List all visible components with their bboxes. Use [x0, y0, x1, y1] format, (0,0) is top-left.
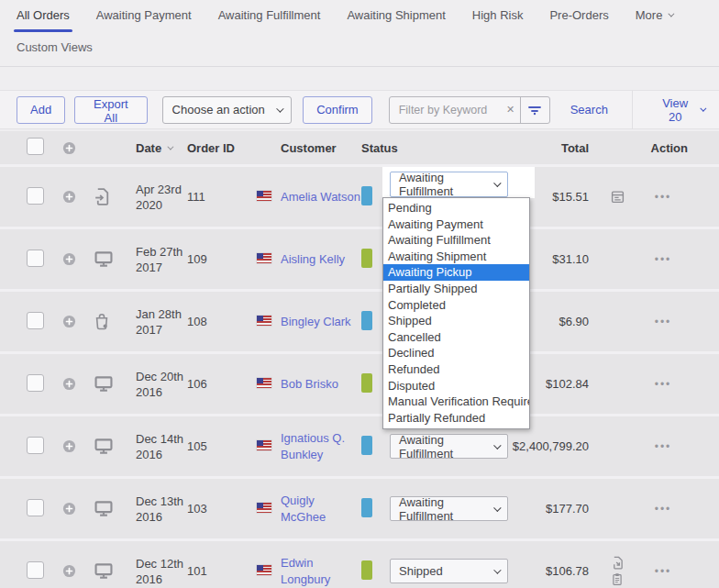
storefront-order-source-icon — [94, 375, 136, 393]
tab-awaiting-payment[interactable]: Awaiting Payment — [96, 8, 192, 32]
customer-link[interactable]: Aisling Kelly — [281, 251, 345, 268]
row-actions-button[interactable]: ••• — [638, 565, 697, 578]
status-option[interactable]: Awaiting Payment — [383, 216, 529, 233]
row-actions-button[interactable]: ••• — [638, 378, 697, 391]
header-date-sort[interactable]: Date — [136, 141, 187, 155]
table-header: Date Order ID Customer Status Total Acti… — [0, 131, 719, 164]
status-option-highlighted[interactable]: Awaiting Pickup — [383, 264, 529, 281]
header-action: Action — [638, 141, 697, 155]
status-option[interactable]: Awaiting Shipment — [383, 249, 529, 265]
chevron-down-icon — [701, 105, 707, 112]
status-color-chip — [361, 498, 372, 517]
expand-row-icon[interactable] — [62, 315, 94, 328]
expand-row-icon[interactable] — [62, 377, 94, 391]
tab-all-orders[interactable]: All Orders — [17, 8, 70, 32]
tab-awaiting-shipment[interactable]: Awaiting Shipment — [347, 8, 445, 32]
view-per-page-label: View 20 — [657, 96, 694, 124]
row-checkbox[interactable] — [27, 312, 44, 329]
bulk-action-select[interactable]: Choose an action — [162, 96, 293, 124]
header-total: Total — [512, 141, 596, 155]
status-option[interactable]: Disputed — [383, 378, 529, 394]
row-actions-button[interactable]: ••• — [638, 440, 697, 453]
chevron-down-icon — [669, 11, 675, 17]
bulk-action-value: Choose an action — [172, 103, 265, 116]
expand-row-icon[interactable] — [62, 252, 94, 266]
export-all-button[interactable]: Export All — [74, 96, 147, 124]
packing-slip-icon[interactable] — [612, 572, 623, 586]
expand-row-icon[interactable] — [62, 564, 94, 578]
row-checkbox[interactable] — [27, 437, 44, 454]
table-row: Feb 27th 2017 109 Aisling Kelly $31.10 •… — [0, 227, 719, 289]
add-button[interactable]: Add — [17, 96, 65, 124]
custom-views-link[interactable]: Custom Views — [17, 40, 93, 54]
status-select[interactable]: Awaiting Fulfillment — [390, 434, 508, 459]
row-checkbox[interactable] — [27, 187, 44, 205]
filter-keyword-input[interactable] — [390, 97, 502, 123]
clear-filter-icon[interactable]: ✕ — [502, 97, 520, 123]
storefront-order-source-icon — [94, 438, 136, 455]
table-row: Dec 20th 2016 106 Bob Brisko $102.84 ••• — [0, 351, 719, 414]
status-option[interactable]: Refunded — [383, 361, 529, 378]
tab-label: Pre-Orders — [549, 8, 608, 22]
status-select-open[interactable]: Awaiting Fulfillment — [390, 172, 508, 197]
status-option[interactable]: Completed — [383, 297, 529, 314]
tab-high-risk[interactable]: High Risk — [472, 8, 524, 32]
customer-link[interactable]: Quigly McGhee — [281, 493, 361, 526]
confirm-button[interactable]: Confirm — [303, 96, 372, 124]
status-option[interactable]: Shipped — [383, 313, 529, 329]
select-all-checkbox[interactable] — [27, 138, 44, 155]
expand-row-icon[interactable] — [62, 439, 94, 453]
status-option[interactable]: Manual Verification Required — [383, 394, 529, 410]
order-total: $106.78 — [512, 564, 596, 578]
expand-row-icon[interactable] — [62, 502, 94, 516]
order-id: 106 — [187, 376, 257, 392]
table-row: Jan 28th 2017 108 Bingley Clark $6.90 ••… — [0, 289, 719, 351]
status-select-value: Awaiting Fulfillment — [399, 171, 493, 198]
status-select[interactable]: Awaiting Fulfillment — [390, 496, 508, 521]
header-date-label: Date — [136, 141, 161, 155]
status-option[interactable]: Pending — [383, 200, 529, 216]
row-checkbox[interactable] — [27, 561, 44, 579]
row-checkbox[interactable] — [27, 374, 44, 392]
status-option[interactable]: Declined — [383, 345, 529, 361]
expand-all-icon[interactable] — [62, 141, 94, 155]
tab-pre-orders[interactable]: Pre-Orders — [549, 8, 608, 32]
row-actions-button[interactable]: ••• — [638, 253, 697, 266]
status-option[interactable]: Awaiting Fulfillment — [383, 232, 529, 249]
shipment-document-icon[interactable] — [612, 556, 624, 570]
status-select[interactable]: Shipped — [390, 559, 508, 583]
us-flag-icon — [257, 378, 271, 388]
status-select-value: Awaiting Fulfillment — [399, 433, 493, 460]
order-date: Dec 14th 2016 — [136, 431, 187, 462]
customer-link[interactable]: Bingley Clark — [281, 314, 351, 330]
storefront-order-source-icon — [94, 562, 136, 580]
search-button[interactable]: Search — [570, 103, 608, 116]
status-color-chip — [361, 373, 372, 393]
divider — [632, 91, 633, 129]
status-option[interactable]: Partially Refunded — [383, 410, 529, 427]
customer-link[interactable]: Amelia Watson — [281, 189, 360, 205]
us-flag-icon — [257, 503, 271, 513]
filter-options-button[interactable] — [520, 97, 549, 123]
order-date: Apr 23rd 2020 — [136, 182, 187, 213]
tab-awaiting-fulfillment[interactable]: Awaiting Fulfillment — [218, 8, 321, 32]
table-row: Dec 13th 2016 103 Quigly McGhee Awaiting… — [0, 476, 719, 538]
view-per-page-dropdown[interactable]: View 20 — [657, 96, 704, 124]
us-flag-icon — [257, 565, 271, 575]
customer-link[interactable]: Ignatious Q. Bunkley — [281, 430, 361, 463]
filter-icon — [528, 105, 541, 116]
status-option[interactable]: Cancelled — [383, 329, 529, 346]
row-checkbox[interactable] — [27, 499, 44, 516]
status-option[interactable]: Partially Shipped — [383, 281, 529, 297]
status-options-menu: Pending Awaiting Payment Awaiting Fulfil… — [382, 197, 530, 429]
tab-more[interactable]: More — [636, 8, 673, 32]
row-actions-button[interactable]: ••• — [638, 316, 697, 328]
expand-row-icon[interactable] — [62, 190, 94, 204]
row-actions-button[interactable]: ••• — [638, 191, 697, 204]
order-id: 105 — [187, 438, 257, 454]
row-actions-button[interactable]: ••• — [638, 503, 697, 516]
customer-link[interactable]: Bob Brisko — [281, 376, 338, 393]
row-checkbox[interactable] — [27, 250, 44, 267]
order-form-icon[interactable] — [611, 190, 625, 204]
customer-link[interactable]: Edwin Longbury — [281, 555, 361, 588]
